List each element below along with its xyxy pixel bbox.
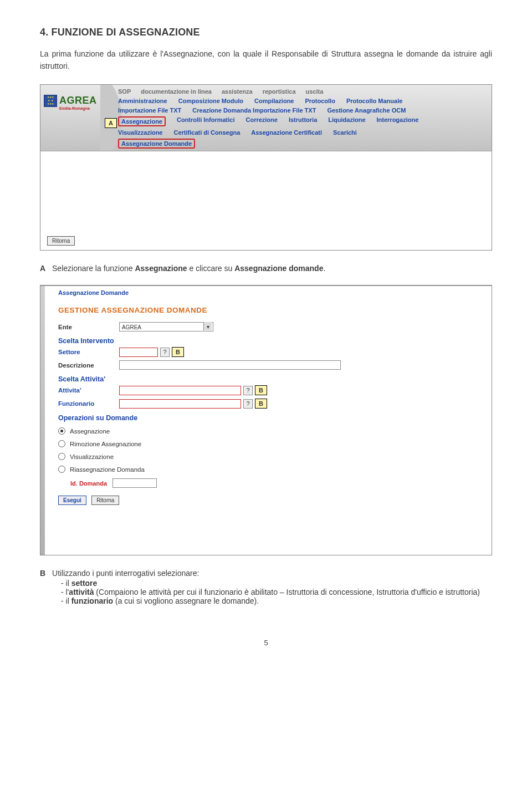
attivita-help-icon[interactable]: ?: [243, 386, 253, 395]
section-heading: 4. FUNZIONE DI ASSEGNAZIONE: [40, 27, 492, 38]
nav-report[interactable]: reportistica: [263, 88, 296, 95]
descrizione-label: Descrizione: [58, 362, 119, 369]
funzionario-label: Funzionario: [58, 400, 119, 407]
settore-help-icon[interactable]: ?: [160, 348, 170, 357]
radio-rimozione[interactable]: Rimozione Assegnazione: [58, 440, 474, 447]
callout-box-B-2: B: [255, 385, 267, 395]
eu-flag-icon: [44, 95, 57, 107]
funzionario-help-icon[interactable]: ?: [243, 399, 253, 409]
top-nav: SOP documentazione in linea assistenza r…: [118, 88, 487, 95]
section-scelta-intervento: Scelta Intervento: [58, 337, 474, 345]
logo-brand: AGREA: [59, 95, 97, 106]
radio-assegnazione[interactable]: Assegnazione: [58, 427, 474, 435]
cap-bold: attività: [69, 588, 94, 596]
attivita-label: Attivita': [58, 387, 119, 394]
caption-A-bold1: Assegnazione: [135, 264, 187, 273]
logo-sub: Emilia-Romagna: [59, 106, 97, 110]
ente-label: Ente: [58, 324, 119, 330]
caption-B-item1: - il settore: [61, 579, 492, 588]
menu-controlli[interactable]: Controlli Informatici: [177, 116, 235, 126]
caption-A-letter: A: [40, 264, 45, 273]
menu-assegnazione-domande-highlighted[interactable]: Assegnazione Domande: [118, 139, 195, 149]
menu-interrogazione[interactable]: Interrogazione: [377, 116, 419, 126]
radio-riassegnazione[interactable]: Riassegnazione Domanda: [58, 466, 474, 473]
caption-A-mid: e cliccare su: [187, 264, 235, 273]
menu-liquidazione[interactable]: Liquidazione: [328, 116, 365, 126]
menu-anagrafiche[interactable]: Gestione Anagrafiche OCM: [327, 107, 406, 114]
caption-A-prefix: Selezionare la funzione: [52, 264, 135, 273]
screenshot-menu: AGREA Emilia-Romagna A SOP documentazion…: [40, 84, 492, 251]
attivita-input[interactable]: [119, 386, 241, 395]
id-domanda-label: Id. Domanda: [70, 480, 107, 487]
radio-label-rimozione: Rimozione Assegnazione: [70, 441, 141, 447]
intro-paragraph: La prima funzione da utilizzare è l'Asse…: [40, 48, 492, 72]
menu-visualizzazione[interactable]: Visualizzazione: [118, 129, 163, 136]
descrizione-input[interactable]: [119, 360, 341, 370]
cap-text: (Compaiono le attività per cui il funzio…: [94, 588, 480, 596]
radio-icon: [58, 427, 65, 435]
menu-istruttoria[interactable]: Istruttoria: [289, 116, 317, 126]
section-operazioni: Operazioni su Domande: [58, 414, 474, 422]
cap-text: - il: [61, 579, 71, 588]
caption-B-item2: - l'attività (Compaiono le attività per …: [40, 588, 492, 596]
callout-box-B-1: B: [172, 347, 184, 357]
callout-box-A: A: [105, 118, 117, 128]
settore-label: Settore: [58, 349, 119, 355]
caption-B-item3: - il funzionario (a cui si vogliono asse…: [61, 596, 492, 605]
form-sidebar: [40, 286, 45, 555]
caption-B-lead: Utilizzando i punti interrogativi selezi…: [52, 569, 199, 578]
menu-asseg-certificati[interactable]: Assegnazione Certificati: [251, 129, 322, 136]
main-menu: SOP documentazione in linea assistenza r…: [118, 88, 487, 151]
id-domanda-input[interactable]: [112, 478, 157, 488]
menu-scarichi[interactable]: Scarichi: [333, 129, 357, 136]
screenshot-form: Assegnazione Domande GESTIONE ASSEGNAZIO…: [40, 285, 492, 555]
nav-exit[interactable]: uscita: [306, 88, 324, 95]
section-scelta-attivita: Scelta Attivita': [58, 375, 474, 383]
ritorna-button-form[interactable]: Ritorna: [91, 496, 119, 505]
cap-text: (a cui si vogliono assegnare le domande)…: [113, 596, 259, 605]
cap-text: - l': [61, 588, 69, 596]
radio-icon: [58, 453, 65, 460]
radio-label-assegnazione: Assegnazione: [70, 428, 110, 435]
cap-text: - il: [61, 596, 71, 605]
menu-compilazione[interactable]: Compilazione: [254, 98, 294, 104]
radio-label-riassegnazione: Riassegnazione Domanda: [70, 466, 145, 473]
esegui-button[interactable]: Esegui: [58, 496, 86, 505]
radio-visualizzazione[interactable]: Visualizzazione: [58, 453, 474, 460]
caption-B-letter: B: [40, 569, 45, 578]
caption-B: B Utilizzando i punti interrogativi sele…: [40, 569, 492, 605]
agrea-logo: AGREA Emilia-Romagna: [44, 95, 97, 110]
menu-amministrazione[interactable]: Amministrazione: [118, 98, 167, 104]
funzionario-input[interactable]: [119, 399, 241, 409]
menu-protocollo-manuale[interactable]: Protocollo Manuale: [346, 98, 402, 104]
form-title: GESTIONE ASSEGNAZIONE DOMANDE: [58, 306, 474, 314]
nav-sop[interactable]: SOP: [118, 88, 131, 95]
caption-A-bold2: Assegnazione domande: [234, 264, 323, 273]
ente-value: AGREA: [120, 324, 144, 330]
cap-bold: settore: [71, 579, 98, 588]
radio-icon: [58, 440, 65, 447]
menu-protocollo[interactable]: Protocollo: [305, 98, 335, 104]
ente-dropdown[interactable]: AGREA: [119, 322, 213, 331]
nav-assist[interactable]: assistenza: [222, 88, 253, 95]
caption-A: A Selezionare la funzione Assegnazione e…: [40, 264, 492, 273]
menu-certificati[interactable]: Certificati di Consegna: [174, 129, 241, 136]
cap-bold: funzionario: [71, 596, 113, 605]
menu-composizione[interactable]: Composizione Modulo: [178, 98, 243, 104]
radio-icon: [58, 466, 65, 473]
breadcrumb: Assegnazione Domande: [40, 286, 492, 302]
menu-import-txt[interactable]: Importazione File TXT: [118, 107, 181, 114]
menu-creazione-import[interactable]: Creazione Domanda Importazione File TXT: [192, 107, 316, 114]
page-number: 5: [40, 639, 492, 647]
menu-correzione[interactable]: Correzione: [245, 116, 277, 126]
menu-assegnazione-highlighted[interactable]: Assegnazione: [118, 116, 166, 126]
callout-box-B-3: B: [255, 399, 267, 409]
app-header: AGREA Emilia-Romagna A SOP documentazion…: [40, 85, 492, 151]
caption-A-suffix: .: [323, 264, 325, 273]
ritorna-button[interactable]: Ritorna: [47, 236, 75, 246]
settore-input[interactable]: [119, 348, 158, 357]
radio-label-visualizzazione: Visualizzazione: [70, 453, 114, 460]
nav-doc[interactable]: documentazione in linea: [141, 88, 212, 95]
